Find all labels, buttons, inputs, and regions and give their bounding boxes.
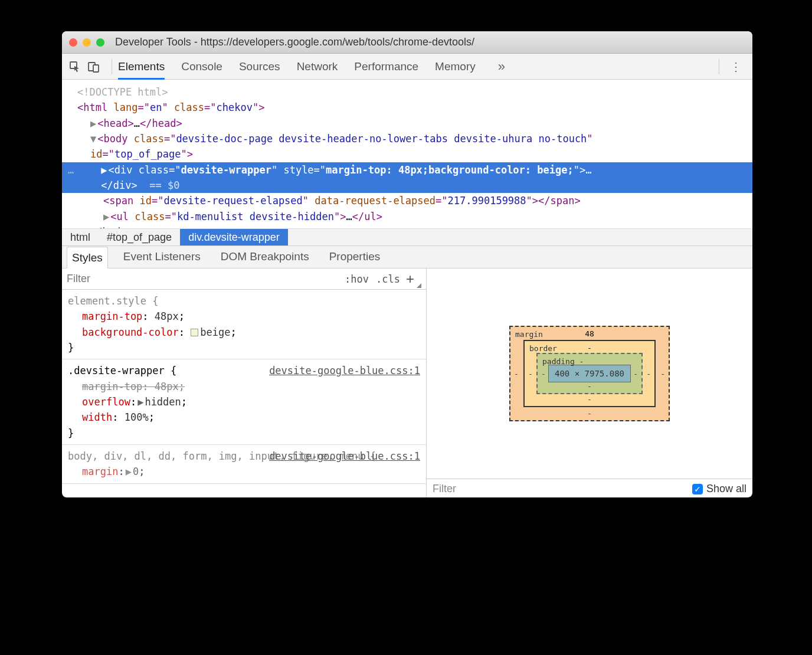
rule-element-style[interactable]: element.style { margin-top: 48px; backgr… [62, 290, 426, 359]
close-button[interactable] [69, 38, 77, 47]
separator [719, 59, 719, 74]
panel-tabs: Elements Console Sources Network Perform… [118, 54, 713, 79]
window-controls [69, 38, 104, 47]
padding-label: padding - [542, 357, 584, 366]
tab-performance[interactable]: Performance [354, 54, 418, 79]
menu-icon[interactable]: ⋮ [725, 60, 746, 74]
computed-filter-label[interactable]: Filter [433, 483, 692, 495]
ul-element[interactable]: ▶<ul class="kd-menulist devsite-hidden">… [62, 209, 752, 224]
tab-console[interactable]: Console [181, 54, 222, 79]
computed-filter-bar: Filter ✓ Show all [427, 479, 752, 497]
window-title: Developer Tools - https://developers.goo… [115, 36, 474, 48]
margin-label: margin [515, 330, 543, 339]
lower-pane: :hov .cls + element.style { margin-top: … [62, 268, 752, 497]
tab-elements[interactable]: Elements [118, 54, 165, 79]
color-swatch-icon[interactable] [191, 329, 198, 336]
crumb-div[interactable]: div.devsite-wrapper [180, 229, 288, 245]
body-element[interactable]: ▼<body class="devsite-doc-page devsite-h… [62, 131, 752, 146]
body-element-line2: id="top_of_page"> [62, 146, 752, 162]
body-close: </body> [62, 224, 752, 228]
resize-corner-icon[interactable] [417, 283, 421, 288]
rule-devsite-wrapper[interactable]: devsite-google-blue.css:1 .devsite-wrapp… [62, 359, 426, 445]
styles-filter-bar: :hov .cls + [62, 268, 426, 290]
html-element[interactable]: <html lang="en" class="chekov"> [62, 100, 752, 115]
source-link[interactable]: devsite-google-blue.css:1 [269, 363, 420, 378]
head-element[interactable]: ▶<head>…</head> [62, 116, 752, 131]
doctype-line: <!DOCTYPE html> [77, 86, 168, 98]
computed-pane: margin 48 - - - border - - - - padding [427, 268, 752, 497]
tab-network[interactable]: Network [297, 54, 338, 79]
showall-checkbox[interactable]: ✓ [692, 484, 703, 494]
selected-div-element[interactable]: … ▶<div class="devsite-wrapper" style="m… [62, 162, 752, 194]
new-rule-button[interactable]: + [406, 271, 414, 287]
devtools-window: Developer Tools - https://developers.goo… [62, 31, 752, 497]
styles-pane: :hov .cls + element.style { margin-top: … [62, 268, 427, 497]
separator [112, 59, 112, 74]
breadcrumb-bar: html #top_of_page div.devsite-wrapper [62, 228, 752, 246]
border-label: border [529, 344, 557, 353]
dom-tree[interactable]: <!DOCTYPE html> <html lang="en" class="c… [62, 80, 752, 228]
showall-label: Show all [706, 483, 746, 495]
tab-memory[interactable]: Memory [435, 54, 476, 79]
sidebar-tabs: Styles Event Listeners DOM Breakpoints P… [62, 246, 752, 268]
svg-rect-2 [93, 65, 99, 72]
maximize-button[interactable] [96, 38, 104, 47]
subtab-breakpoints[interactable]: DOM Breakpoints [216, 246, 314, 268]
source-link[interactable]: devsite-google-blue.css:1 [269, 448, 420, 464]
style-rules: element.style { margin-top: 48px; backgr… [62, 290, 426, 484]
subtab-styles[interactable]: Styles [67, 247, 108, 268]
device-icon[interactable] [87, 60, 101, 74]
tab-sources[interactable]: Sources [239, 54, 280, 79]
span-element[interactable]: <span id="devsite-request-elapsed" data-… [62, 193, 752, 208]
more-tabs-icon[interactable]: » [492, 59, 511, 74]
subtab-properties[interactable]: Properties [325, 246, 385, 268]
subtab-listeners[interactable]: Event Listeners [119, 246, 205, 268]
main-toolbar: Elements Console Sources Network Perform… [62, 54, 752, 80]
minimize-button[interactable] [83, 38, 91, 47]
cls-button[interactable]: .cls [376, 273, 400, 285]
hov-button[interactable]: :hov [345, 273, 369, 285]
crumb-html[interactable]: html [62, 229, 99, 245]
window-titlebar: Developer Tools - https://developers.goo… [62, 31, 752, 54]
crumb-body[interactable]: #top_of_page [99, 229, 180, 245]
rule-body-etc[interactable]: devsite-google-blue.css:1 body, div, dl,… [62, 445, 426, 484]
content-dimensions: 400 × 7975.080 [548, 365, 631, 382]
inspect-icon[interactable] [68, 60, 82, 74]
box-model[interactable]: margin 48 - - - border - - - - padding [427, 268, 752, 479]
styles-filter-input[interactable] [67, 273, 338, 285]
